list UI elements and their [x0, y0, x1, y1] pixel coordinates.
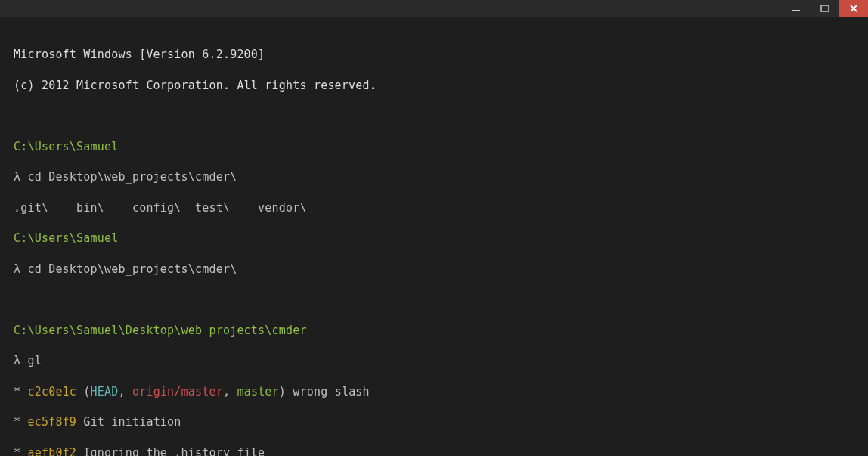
- minimize-button[interactable]: [782, 0, 811, 17]
- log-line-1: * ec5f8f9 Git initiation: [14, 414, 854, 430]
- prompt-path-2: C:\Users\Samuel: [14, 231, 854, 246]
- close-icon: [849, 4, 858, 13]
- blank-line: [14, 292, 854, 307]
- titlebar-left: [0, 0, 782, 17]
- window-controls: [782, 0, 868, 17]
- titlebar: [0, 0, 868, 17]
- log-line-0: * c2c0e1c (HEAD, origin/master, master) …: [14, 384, 854, 399]
- maximize-icon: [820, 4, 829, 13]
- terminal-output[interactable]: Microsoft Windows [Version 6.2.9200] (c)…: [0, 17, 868, 456]
- prompt-path-1: C:\Users\Samuel: [14, 139, 854, 154]
- command-line-1: λ cd Desktop\web_projects\cmder\: [14, 169, 854, 185]
- minimize-icon: [792, 4, 801, 13]
- close-button[interactable]: [839, 0, 868, 17]
- command-line-3: λ gl: [14, 353, 854, 368]
- tab-completion: .git\ bin\ config\ test\ vendor\: [14, 200, 854, 216]
- maximize-button[interactable]: [811, 0, 839, 17]
- header-line-2: (c) 2012 Microsoft Corporation. All righ…: [14, 78, 854, 93]
- blank-line: [14, 108, 854, 123]
- header-line-1: Microsoft Windows [Version 6.2.9200]: [14, 47, 854, 62]
- log-line-2: * aefb0f2 Ignoring the .history file: [14, 445, 854, 456]
- svg-rect-1: [821, 5, 829, 11]
- command-line-2: λ cd Desktop\web_projects\cmder\: [14, 262, 854, 277]
- svg-rect-0: [792, 10, 800, 11]
- prompt-path-3: C:\Users\Samuel\Desktop\web_projects\cmd…: [14, 323, 854, 338]
